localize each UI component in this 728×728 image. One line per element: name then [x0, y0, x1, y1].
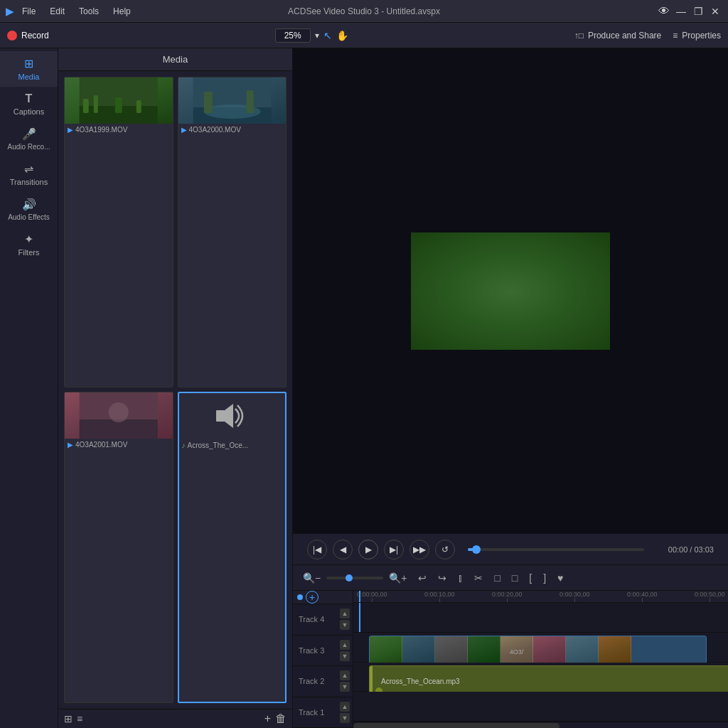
track-4-row[interactable]: [353, 603, 728, 633]
mark-in-button[interactable]: [: [526, 571, 535, 585]
svg-rect-3: [94, 95, 98, 113]
favorite-button[interactable]: ♥: [555, 571, 566, 585]
timeline-scrollbar[interactable]: [353, 722, 728, 728]
track-3-row[interactable]: 4O3/: [353, 633, 728, 663]
maximize-button[interactable]: ❐: [691, 4, 705, 18]
menu-tools[interactable]: Tools: [76, 5, 102, 18]
track-2-down[interactable]: ▼: [340, 682, 350, 692]
track-1-up[interactable]: ▲: [340, 702, 350, 712]
zoom-value[interactable]: 25%: [275, 28, 311, 43]
track-1-row[interactable]: [353, 692, 728, 722]
media-grid: ▶ 4O3A1999.MOV ▶ 4O3A2000.: [58, 71, 292, 709]
media-thumb-img-0: [65, 77, 173, 124]
track-3-controls: ▲ ▼: [340, 640, 350, 661]
transitions-icon: ⇌: [24, 162, 33, 176]
produce-label: Produce and Share: [588, 31, 661, 41]
sidebar-item-captions[interactable]: T Captions: [0, 87, 58, 122]
svg-rect-9: [203, 92, 212, 113]
delete-media-button[interactable]: 🗑: [275, 712, 287, 725]
media-thumb-img-3: [179, 393, 286, 439]
sidebar-item-media[interactable]: ⊞ Media: [0, 51, 58, 87]
track-label-2: Track 2 ▲ ▼: [293, 666, 353, 697]
time-ruler: 0:00:00,00 0:00:10,00 0:00:20,00 0:: [353, 591, 728, 603]
title-bar: ▶ File Edit Tools Help ACDSee Video Stud…: [0, 0, 728, 23]
sidebar-item-audio-effects[interactable]: 🔊 Audio Effects: [0, 192, 58, 227]
zoom-in-button[interactable]: 🔍+: [386, 571, 410, 585]
zoom-slider[interactable]: [326, 577, 383, 579]
svg-rect-10: [246, 90, 253, 113]
scrollbar-thumb: [353, 723, 560, 728]
track-4-down[interactable]: ▼: [340, 620, 350, 630]
minimize-button[interactable]: —: [674, 4, 688, 18]
add-media-button[interactable]: +: [264, 712, 271, 725]
properties-button[interactable]: ≡ Properties: [673, 31, 721, 41]
sidebar-transitions-label: Transitions: [10, 178, 48, 186]
toolbar-right: ↑□ Produce and Share ≡ Properties: [574, 31, 721, 41]
track-2-controls: ▲ ▼: [340, 670, 350, 692]
menu-edit[interactable]: Edit: [47, 5, 68, 18]
svg-rect-5: [136, 100, 141, 113]
frame-forward-button[interactable]: ▶|: [384, 540, 404, 560]
playhead[interactable]: [359, 591, 360, 602]
zoom-out-button[interactable]: 🔍−: [300, 571, 323, 585]
playback-controls: |◀ ◀ ▶ ▶| ▶▶ ↺ 00:00 / 03:03: [293, 533, 728, 564]
track-3-up[interactable]: ▲: [340, 640, 350, 650]
mark-out-button[interactable]: ]: [540, 571, 549, 585]
copy-button[interactable]: □: [491, 571, 503, 585]
menu-help[interactable]: Help: [110, 5, 134, 18]
loop-button[interactable]: ↺: [435, 540, 455, 560]
paste-button[interactable]: □: [509, 571, 520, 585]
media-item-0[interactable]: ▶ 4O3A1999.MOV: [64, 77, 173, 387]
eye-icon[interactable]: 👁: [657, 4, 671, 18]
add-track-button[interactable]: +: [306, 591, 318, 604]
track-2-up[interactable]: ▲: [340, 670, 350, 680]
audio-clip-label: Across_The_Ocean.mp3: [381, 678, 460, 685]
audio-record-icon: 🎤: [22, 127, 36, 141]
media-item-1[interactable]: ▶ 4O3A2000.MOV: [178, 77, 287, 387]
media-item-2[interactable]: ▶ 4O3A2001.MOV: [64, 392, 173, 704]
split-button[interactable]: ⫿: [455, 571, 466, 585]
zoom-dropdown-icon[interactable]: ▾: [315, 31, 319, 41]
sidebar-audio-effects-label: Audio Effects: [8, 213, 50, 221]
preview-area: |◀ ◀ ▶ ▶| ▶▶ ↺ 00:00 / 03:03: [293, 48, 728, 564]
undo-button[interactable]: ↩: [415, 571, 429, 585]
main-toolbar: Record 25% ▾ ↖ ✋ ↑□ Produce and Share ≡ …: [0, 23, 728, 48]
step-back-button[interactable]: |◀: [307, 540, 327, 560]
record-dot: [7, 31, 17, 41]
step-forward-button[interactable]: ▶▶: [410, 540, 429, 560]
list-view-button[interactable]: ≡: [77, 713, 82, 724]
track-4-playhead: [359, 603, 360, 632]
track-indicator: [297, 594, 303, 600]
app-logo: ▶: [6, 6, 14, 17]
svg-rect-12: [80, 419, 158, 439]
sidebar-item-transitions[interactable]: ⇌ Transitions: [0, 156, 58, 192]
close-button[interactable]: ✕: [708, 4, 722, 18]
track-4-up[interactable]: ▲: [340, 609, 350, 619]
captions-icon: T: [26, 92, 33, 105]
media-item-3[interactable]: ♪ Across_The_Oce...: [178, 392, 287, 704]
window-title: ACDSee Video Studio 3 - Untitled.avspx: [288, 6, 440, 16]
menu-file[interactable]: File: [19, 5, 38, 18]
redo-button[interactable]: ↪: [435, 571, 449, 585]
sidebar-item-audio-record[interactable]: 🎤 Audio Reco...: [0, 122, 58, 156]
sidebar-item-filters[interactable]: ✦ Filters: [0, 227, 58, 262]
preview-frame: [411, 232, 610, 350]
frame-back-button[interactable]: ◀: [333, 540, 353, 560]
media-thumb-label-0: ▶ 4O3A1999.MOV: [65, 124, 173, 136]
track-4-controls: ▲ ▼: [340, 609, 350, 630]
track-3-down[interactable]: ▼: [340, 651, 350, 661]
grid-view-button[interactable]: ⊞: [64, 713, 73, 724]
play-button[interactable]: ▶: [358, 540, 378, 560]
produce-share-button[interactable]: ↑□ Produce and Share: [574, 31, 662, 41]
cut-button[interactable]: ✂: [471, 571, 486, 585]
media-thumb-img-1: [178, 77, 287, 124]
cursor-arrow-icon[interactable]: ↖: [323, 30, 332, 41]
track-1-down[interactable]: ▼: [340, 713, 350, 723]
timeline-toolbar: 🔍− 🔍+ ↩ ↪ ⫿ ✂ □ □ [ ] ♥: [293, 565, 728, 591]
track-2-row[interactable]: Across_The_Ocean.mp3: [353, 663, 728, 692]
record-button[interactable]: Record: [7, 31, 49, 41]
audio-file-icon-3: ♪: [182, 441, 186, 449]
playback-timeline[interactable]: [468, 548, 644, 551]
cursor-hand-icon[interactable]: ✋: [336, 30, 348, 41]
ruler-mark-5: 0:00:50,00: [695, 591, 725, 602]
